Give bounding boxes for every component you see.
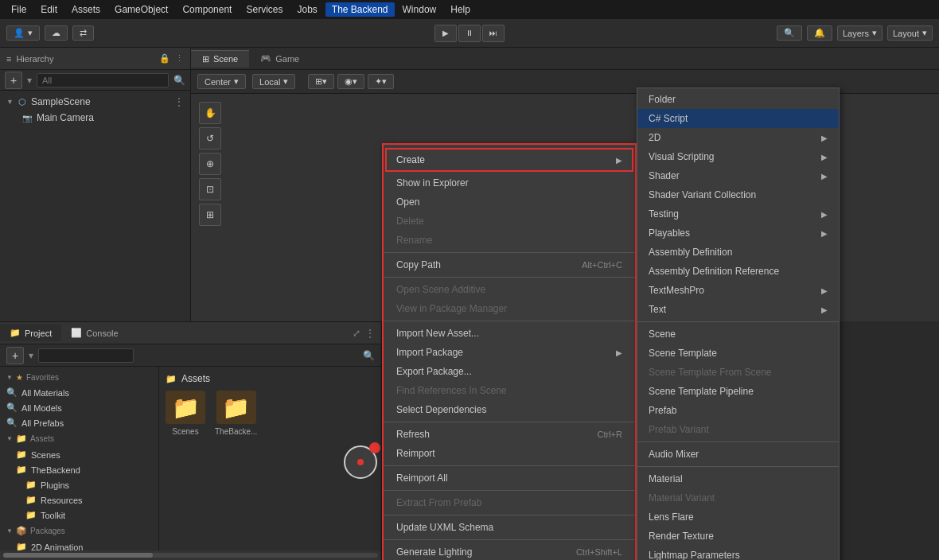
ctx-right-shader-variant[interactable]: Shader Variant Collection [637,185,839,204]
ctx-right-render-texture[interactable]: Render Texture [637,527,839,546]
menu-window[interactable]: Window [396,2,443,17]
visual-scripting-label: Visual Scripting [649,151,715,162]
project-sidebar: ▼ ★ Assets Favorites 🔍 All Materials 🔍 A… [0,367,159,560]
menubar: File Edit Assets GameObject Component Se… [0,0,939,19]
menu-edit[interactable]: Edit [34,2,64,17]
ctx-right-scene[interactable]: Scene [637,325,839,344]
project-expand-icon[interactable]: ⤢ [353,328,360,339]
ctx-reimport[interactable]: Reimport [384,444,635,463]
sidebar-resources[interactable]: 📁 Resources [0,492,158,508]
step-button[interactable]: ⏭ [482,25,505,42]
gizmos-btn[interactable]: ◉▾ [337,74,364,89]
sidebar-all-materials[interactable]: 🔍 All Materials [0,385,158,400]
transform-tool[interactable]: ⊞ [199,204,221,226]
rotate-tool[interactable]: ↺ [199,127,221,150]
sidebar-all-prefabs[interactable]: 🔍 All Prefabs [0,415,158,430]
ctx-export-package[interactable]: Export Package... [384,362,635,381]
layout-dropdown[interactable]: Layout ▾ [887,25,933,41]
ctx-right-2d[interactable]: 2D ▶ [637,128,839,147]
ctx-right-csharp[interactable]: C# Script [637,109,839,128]
menu-file[interactable]: File [5,2,33,17]
tab-console[interactable]: ⬜ Console [61,325,127,341]
ctx-open[interactable]: Open [384,192,635,212]
ctx-right-assembly-def[interactable]: Assembly Definition [637,243,839,262]
asset-scenes[interactable]: 📁 Scenes [166,391,205,436]
hierarchy-add-btn[interactable]: + [5,72,22,89]
fx-btn[interactable]: ✦▾ [368,74,394,89]
tab-project[interactable]: 📁 Project [0,325,61,341]
ctx-right-textmeshpro[interactable]: TextMeshPro ▶ [637,281,839,300]
ctx-update-uxml[interactable]: Update UXML Schema [384,518,635,537]
scale-tool[interactable]: ⊕ [199,153,221,175]
menu-assets[interactable]: Assets [65,2,107,17]
ctx-right-material[interactable]: Material [637,469,839,488]
ctx-right-lens-flare[interactable]: Lens Flare [637,508,839,527]
hierarchy-menu-icon[interactable]: ⋮ [175,53,184,64]
ctx-right-scene-template-pipeline[interactable]: Scene Template Pipeline [637,382,839,401]
menu-the-backend[interactable]: The Backend [325,2,395,17]
tab-game[interactable]: 🎮 Game [249,50,310,67]
ctx-right-folder[interactable]: Folder [637,90,839,109]
scene-name: SampleScene [31,96,91,107]
local-global-btn[interactable]: Local ▾ [252,74,295,89]
hierarchy-main-camera[interactable]: 📷 Main Camera [0,110,190,126]
scene-menu-icon[interactable]: ⋮ [174,96,184,107]
ctx-right-testing[interactable]: Testing ▶ [637,204,839,224]
hierarchy-lock-icon[interactable]: 🔒 [159,53,170,64]
ctx-right-assembly-def-ref[interactable]: Assembly Definition Reference [637,262,839,281]
tab-scene[interactable]: ⊞ Scene [191,50,249,68]
menu-jobs[interactable]: Jobs [290,2,323,17]
ctx-import-package[interactable]: Import Package ▶ [384,343,635,362]
project-menu-icon[interactable]: ⋮ [365,328,375,339]
collab-status-btn[interactable]: 🔔 [807,25,832,41]
hierarchy-search-input[interactable] [37,73,169,88]
asset-thebackend[interactable]: 📁 TheBacke... [215,391,257,436]
ctx-import-new-asset[interactable]: Import New Asset... [384,324,635,343]
ctx-right-visual-scripting[interactable]: Visual Scripting ▶ [637,147,839,166]
project-tabs: 📁 Project ⬜ Console ⤢ ⋮ [0,322,381,344]
toolbar-cloud-btn[interactable]: ☁ [45,25,68,41]
hierarchy-samplescene[interactable]: ▼ ⬡ SampleScene ⋮ [0,94,190,110]
toolbar-collab-btn[interactable]: ⇄ [72,25,94,41]
pause-button[interactable]: ⏸ [458,25,481,42]
ctx-divider-4 [384,422,635,422]
ctx-right-lightmap-params[interactable]: Lightmap Parameters [637,546,839,560]
context-menu-create-item[interactable]: Create ▶ [385,148,633,172]
ctx-refresh[interactable]: Refresh Ctrl+R [384,425,635,444]
sidebar-plugins[interactable]: 📁 Plugins [0,477,158,492]
ctx-right-scene-template[interactable]: Scene Template [637,344,839,363]
ctx-copy-path[interactable]: Copy Path Alt+Ctrl+C [384,255,635,274]
search-button[interactable]: 🔍 [777,25,802,41]
hierarchy-search-icon[interactable]: 🔍 [173,75,185,86]
ctx-select-dependencies[interactable]: Select Dependencies [384,400,635,419]
project-search-icon[interactable]: 🔍 [363,350,375,361]
sidebar-thebackend[interactable]: 📁 TheBackend [0,462,158,477]
menu-gameobject[interactable]: GameObject [108,2,174,17]
toolbar-account-btn[interactable]: 👤 ▾ [6,25,40,41]
project-add-btn[interactable]: + [6,347,24,364]
game-tab-label: Game [275,54,299,64]
sidebar-all-models[interactable]: 🔍 All Models [0,400,158,415]
ctx-divider-2 [384,277,635,278]
grid-btn[interactable]: ⊞▾ [308,74,334,89]
ctx-right-playables[interactable]: Playables ▶ [637,224,839,243]
layers-dropdown[interactable]: Layers ▾ [837,25,883,41]
menu-component[interactable]: Component [176,2,238,17]
ctx-reimport-all[interactable]: Reimport All [384,469,635,488]
menu-services[interactable]: Services [240,2,289,17]
ctx-right-text[interactable]: Text ▶ [637,300,839,319]
project-scrollbar[interactable] [0,550,381,560]
ctx-right-prefab[interactable]: Prefab [637,401,839,420]
move-tool[interactable]: ✋ [199,102,221,124]
ctx-right-audio-mixer[interactable]: Audio Mixer [637,445,839,464]
ctx-show-explorer[interactable]: Show in Explorer [384,173,635,192]
project-search-input[interactable] [38,348,134,363]
sidebar-toolkit[interactable]: 📁 Toolkit [0,508,158,523]
center-pivot-btn[interactable]: Center ▾ [197,74,246,89]
ctx-generate-lighting[interactable]: Generate Lighting Ctrl+Shift+L [384,542,635,560]
sidebar-scenes[interactable]: 📁 Scenes [0,447,158,462]
ctx-right-shader[interactable]: Shader ▶ [637,166,839,185]
play-button[interactable]: ▶ [434,25,457,42]
menu-help[interactable]: Help [444,2,477,17]
rect-tool[interactable]: ⊡ [199,178,221,200]
